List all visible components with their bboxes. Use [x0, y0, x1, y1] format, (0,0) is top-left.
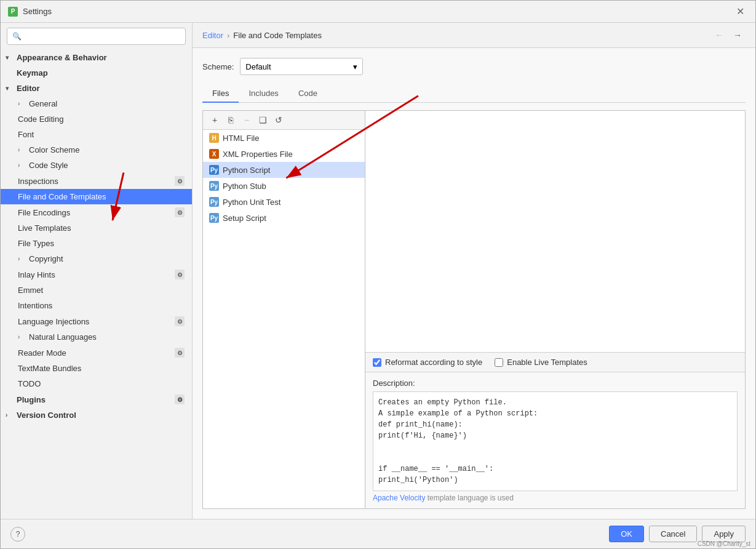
sidebar-item-appearance[interactable]: ▾Appearance & Behavior — [1, 50, 192, 65]
sidebar-item-label: Keymap — [17, 68, 48, 78]
app-icon: P — [8, 7, 18, 17]
sidebar-item-label: Font — [18, 130, 34, 139]
panel-content: Scheme: Default ▾ Files Includes Code — [193, 48, 755, 519]
breadcrumb-current: File and Code Templates — [233, 31, 322, 40]
file-item-setup[interactable]: PySetup Script — [203, 210, 365, 226]
right-panel: Editor › File and Code Templates ← → Sch… — [193, 23, 755, 519]
nav-back[interactable]: ← — [711, 29, 727, 41]
expand-arrow-icon: › — [18, 100, 25, 107]
expand-arrow-icon: › — [18, 162, 25, 169]
sidebar-item-label: File and Code Templates — [18, 192, 106, 201]
file-list: HHTML FileXXML Properties FilePyPython S… — [203, 130, 365, 508]
file-item-xml[interactable]: XXML Properties File — [203, 146, 365, 162]
live-templates-checkbox[interactable] — [495, 358, 503, 367]
sidebar-item-emmet[interactable]: Emmet — [1, 283, 192, 298]
description-panel: Description: Creates an empty Python fil… — [365, 372, 745, 508]
sidebar-item-general[interactable]: ›General — [1, 96, 192, 111]
file-icon-html: H — [209, 133, 219, 143]
sidebar-item-file-encodings[interactable]: File Encodings⚙ — [1, 204, 192, 220]
reformat-checkbox[interactable] — [373, 358, 381, 367]
options-row: Reformat according to style Enable Live … — [365, 352, 745, 372]
tab-includes[interactable]: Includes — [239, 85, 288, 103]
apache-velocity-link[interactable]: Apache Velocity — [373, 494, 425, 502]
expand-arrow-icon: ▾ — [6, 54, 13, 61]
editor-content[interactable] — [365, 111, 745, 352]
sidebar-item-keymap[interactable]: Keymap — [1, 65, 192, 81]
sidebar-item-label: Natural Languages — [29, 332, 97, 342]
live-templates-label[interactable]: Enable Live Templates — [495, 358, 587, 367]
file-item-unit[interactable]: PyPython Unit Test — [203, 194, 365, 210]
search-input[interactable] — [25, 32, 180, 41]
search-box[interactable]: 🔍 — [7, 28, 186, 45]
sidebar-item-label: General — [29, 99, 57, 108]
sidebar-item-file-code-templates[interactable]: File and Code Templates — [1, 189, 192, 204]
nav-forward[interactable]: → — [730, 29, 746, 41]
remove-button[interactable]: − — [240, 113, 253, 127]
reset-button[interactable]: ↺ — [272, 113, 285, 127]
sidebar-item-file-types[interactable]: File Types — [1, 236, 192, 251]
file-item-label: HTML File — [223, 134, 259, 143]
cancel-button[interactable]: Cancel — [649, 526, 697, 542]
sidebar-item-label: Plugins — [17, 395, 46, 404]
sidebar-item-language-injections[interactable]: Language Injections⚙ — [1, 313, 192, 329]
sidebar-item-textmate-bundles[interactable]: TextMate Bundles — [1, 361, 192, 376]
editor-panel: Reformat according to style Enable Live … — [365, 110, 746, 509]
copy-template-button[interactable]: ⎘ — [224, 113, 237, 127]
nav-arrows: ← → — [711, 29, 746, 41]
sidebar-item-editor[interactable]: ▾Editor — [1, 81, 192, 96]
help-button[interactable]: ? — [10, 527, 25, 542]
sidebar-item-label: Color Scheme — [29, 145, 79, 154]
sidebar-item-live-templates[interactable]: Live Templates — [1, 220, 192, 236]
sidebar-item-inspections[interactable]: Inspections⚙ — [1, 173, 192, 189]
file-icon-unit: Py — [209, 197, 219, 207]
ok-button[interactable]: OK — [609, 526, 644, 542]
tab-code[interactable]: Code — [288, 85, 327, 103]
file-item-label: Python Script — [223, 166, 270, 175]
sidebar-item-copyright[interactable]: ›Copyright — [1, 251, 192, 266]
settings-badge: ⚙ — [175, 348, 185, 358]
apply-button[interactable]: Apply — [702, 526, 746, 542]
description-content: Creates an empty Python file.A simple ex… — [373, 391, 738, 491]
sidebar-item-label: Live Templates — [18, 223, 71, 233]
sidebar-item-label: Appearance & Behavior — [17, 53, 107, 62]
reformat-label[interactable]: Reformat according to style — [373, 358, 482, 367]
sidebar-item-code-style[interactable]: ›Code Style — [1, 158, 192, 173]
sidebar-item-plugins[interactable]: Plugins⚙ — [1, 391, 192, 407]
sidebar-item-reader-mode[interactable]: Reader Mode⚙ — [1, 345, 192, 361]
file-item-label: Python Unit Test — [223, 198, 281, 207]
sidebar-item-color-scheme[interactable]: ›Color Scheme — [1, 142, 192, 158]
description-line: print(f'Hi, {name}') — [378, 430, 732, 441]
sidebar-item-label: Intentions — [18, 301, 52, 310]
description-line — [378, 452, 732, 463]
sidebar-item-inlay-hints[interactable]: Inlay Hints⚙ — [1, 266, 192, 283]
description-line: print_hi('Python') — [378, 475, 732, 486]
description-label: Description: — [373, 379, 738, 388]
file-item-python[interactable]: PyPython Script — [203, 162, 365, 178]
expand-arrow-icon: › — [6, 412, 13, 419]
tab-files[interactable]: Files — [202, 85, 239, 103]
sidebar-item-code-editing[interactable]: Code Editing — [1, 111, 192, 127]
sidebar-item-intentions[interactable]: Intentions — [1, 298, 192, 313]
sidebar-item-version-control[interactable]: ›Version Control — [1, 407, 192, 423]
sidebar-item-todo[interactable]: TODO — [1, 376, 192, 391]
sidebar-item-font[interactable]: Font — [1, 127, 192, 142]
sidebar-item-label: Version Control — [17, 411, 76, 420]
settings-badge: ⚙ — [175, 207, 185, 217]
content-area: + ⎘ − ❏ ↺ HHTML FileXXML Properties File… — [202, 110, 746, 509]
add-button[interactable]: + — [208, 113, 221, 127]
file-icon-python: Py — [209, 165, 219, 175]
file-item-html[interactable]: HHTML File — [203, 130, 365, 146]
settings-badge: ⚙ — [175, 176, 185, 186]
breadcrumb-parent[interactable]: Editor — [202, 31, 223, 40]
watermark: CSDN @Charity_st — [698, 540, 750, 547]
file-item-stub[interactable]: PyPython Stub — [203, 178, 365, 194]
close-button[interactable]: ✕ — [733, 4, 748, 18]
expand-arrow-icon: ▾ — [6, 85, 13, 92]
bottom-bar: ? OK Cancel Apply — [1, 519, 755, 548]
sidebar-item-label: Copyright — [29, 254, 63, 263]
description-line: def print_hi(name): — [378, 419, 732, 430]
duplicate-button[interactable]: ❏ — [256, 113, 269, 127]
scheme-select[interactable]: Default ▾ — [240, 58, 363, 75]
sidebar-item-label: Code Style — [29, 161, 68, 170]
sidebar-item-natural-languages[interactable]: ›Natural Languages — [1, 329, 192, 345]
